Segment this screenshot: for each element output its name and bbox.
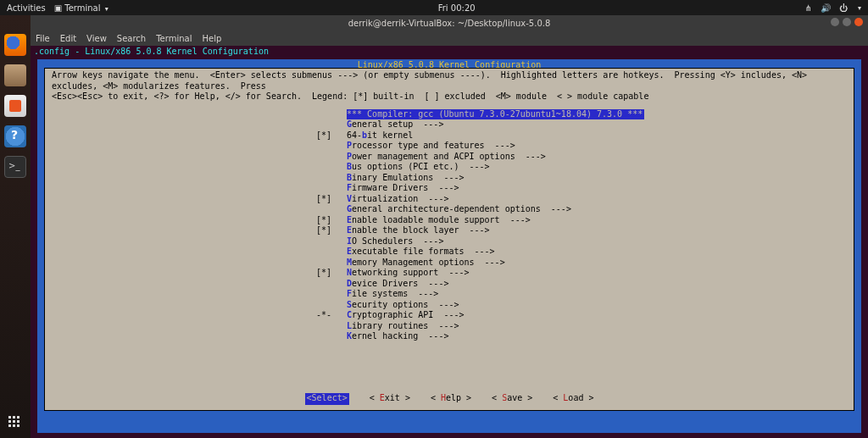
menuconfig-item[interactable]: [*] Enable the block layer --->	[316, 225, 854, 236]
menuconfig-item[interactable]: [*] Networking support --->	[316, 268, 854, 279]
dock-app-firefox[interactable]	[4, 34, 26, 56]
menu-file[interactable]: File	[36, 34, 50, 43]
menuconfig-item[interactable]: Firmware Drivers --->	[316, 183, 854, 194]
window-maximize-button[interactable]	[843, 18, 851, 26]
menuconfig-item[interactable]: IO Schedulers --->	[316, 236, 854, 247]
menuconfig-item[interactable]: Power management and ACPI options --->	[316, 152, 854, 163]
app-menu[interactable]: ▣ Terminal ▾	[54, 3, 108, 13]
window-close-button[interactable]	[854, 18, 863, 26]
app-menu-label: Terminal	[64, 3, 100, 13]
dock-app-help[interactable]	[4, 125, 26, 147]
menu-view[interactable]: View	[86, 34, 107, 43]
menuconfig-item[interactable]: Kernel hacking --->	[316, 331, 854, 342]
config-path-line: .config - Linux/x86 5.0.8 Kernel Configu…	[31, 46, 868, 58]
chevron-down-icon: ▾	[858, 4, 861, 12]
menuconfig-item[interactable]: Executable file formats --->	[316, 247, 854, 258]
network-icon[interactable]: ⋔	[805, 3, 812, 13]
menuconfig-item[interactable]: [*] 64-bit kernel	[316, 130, 854, 141]
menuconfig-button[interactable]: < Help >	[431, 393, 471, 405]
terminal-icon: ▣	[54, 3, 62, 13]
menuconfig-button-bar: <Select>< Exit >< Help >< Save >< Load >	[45, 393, 854, 405]
menuconfig-screen: Linux/x86 5.0.8 Kernel Configuration Arr…	[37, 59, 861, 433]
dock-app-software[interactable]	[4, 95, 26, 117]
menu-terminal[interactable]: Terminal	[156, 34, 192, 43]
menu-help[interactable]: Help	[202, 34, 221, 43]
menuconfig-item[interactable]: Memory Management options --->	[316, 258, 854, 269]
menuconfig-item[interactable]: *** Compiler: gcc (Ubuntu 7.3.0-27ubuntu…	[316, 109, 854, 120]
menuconfig-item[interactable]: Device Drivers --->	[316, 279, 854, 290]
terminal-menubar: File Edit View Search Terminal Help	[31, 30, 868, 46]
menuconfig-item[interactable]: Security options --->	[316, 300, 854, 311]
show-applications-button[interactable]	[8, 416, 22, 430]
window-titlebar[interactable]: derrik@derrik-VirtualBox: ~/Desktop/linu…	[31, 15, 868, 30]
menuconfig-button[interactable]: < Load >	[553, 393, 593, 405]
menuconfig-help-text: Arrow keys navigate the menu. <Enter> se…	[45, 69, 854, 106]
menuconfig-item[interactable]: General setup --->	[316, 119, 854, 130]
clock[interactable]: Fri 00:20	[108, 3, 805, 13]
menuconfig-button[interactable]: < Save >	[492, 393, 532, 405]
menuconfig-item[interactable]: Binary Emulations --->	[316, 173, 854, 184]
menuconfig-panel: Arrow keys navigate the menu. <Enter> se…	[44, 68, 854, 411]
menuconfig-menu-list[interactable]: *** Compiler: gcc (Ubuntu 7.3.0-27ubuntu…	[45, 106, 854, 342]
menu-edit[interactable]: Edit	[60, 34, 76, 43]
menuconfig-item[interactable]: [*] Enable loadable module support --->	[316, 215, 854, 226]
gnome-topbar: Activities ▣ Terminal ▾ Fri 00:20 ⋔ 🔊 ⏻ …	[0, 0, 868, 15]
menuconfig-item[interactable]: -*- Cryptographic API --->	[316, 310, 854, 321]
menuconfig-button[interactable]: <Select>	[305, 393, 349, 405]
window-title: derrik@derrik-VirtualBox: ~/Desktop/linu…	[348, 19, 551, 28]
volume-icon[interactable]: 🔊	[821, 3, 831, 13]
menuconfig-item[interactable]: Processor type and features --->	[316, 141, 854, 152]
menuconfig-item[interactable]: General architecture-dependent options -…	[316, 204, 854, 215]
menuconfig-item[interactable]: [*] Virtualization --->	[316, 194, 854, 205]
terminal-content[interactable]: .config - Linux/x86 5.0.8 Kernel Configu…	[31, 46, 868, 438]
menu-search[interactable]: Search	[117, 34, 146, 43]
menuconfig-item[interactable]: Bus options (PCI etc.) --->	[316, 162, 854, 173]
menuconfig-item[interactable]: Library routines --->	[316, 321, 854, 332]
dock-app-files[interactable]	[4, 64, 26, 86]
dock	[0, 15, 31, 438]
window-minimize-button[interactable]	[831, 18, 839, 26]
menuconfig-button[interactable]: < Exit >	[370, 393, 410, 405]
menuconfig-item[interactable]: File systems --->	[316, 289, 854, 300]
activities-button[interactable]: Activities	[7, 3, 46, 13]
terminal-window: derrik@derrik-VirtualBox: ~/Desktop/linu…	[31, 15, 868, 438]
dock-app-terminal[interactable]	[4, 156, 26, 178]
power-icon[interactable]: ⏻	[839, 3, 848, 13]
